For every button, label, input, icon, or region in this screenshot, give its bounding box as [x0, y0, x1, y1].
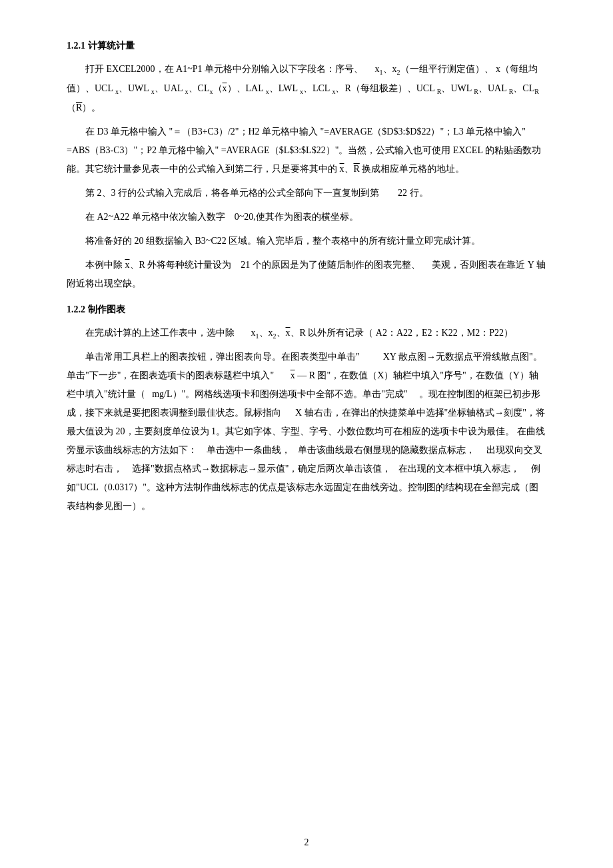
section-1-2-1: 1.2.1 计算统计量 打开 EXCEL2000，在 A1~P1 单元格中分别输… — [67, 40, 546, 293]
section-heading-1-2-2: 1.2.2 制作图表 — [67, 304, 546, 316]
paragraph-7: 在完成计算的上述工作表中，选中除 x1、x2、x、R 以外所有记录（ A2：A2… — [67, 324, 546, 343]
paragraph-4: 在 A2~A22 单元格中依次输入数字 0~20,使其作为图表的横坐标。 — [67, 208, 546, 226]
paragraph-3: 第 2、3 行的公式输入完成后，将各单元格的公式全部向下一直复制到第 22 行。 — [67, 184, 546, 203]
paragraph-2: 在 D3 单元格中输入 "＝（B3+C3）/2"；H2 单元格中输入 "=AVE… — [67, 123, 546, 179]
paragraph-1: 打开 EXCEL2000，在 A1~P1 单元格中分别输入以下字段名：序号、 x… — [67, 60, 546, 117]
page-container: 1.2.1 计算统计量 打开 EXCEL2000，在 A1~P1 单元格中分别输… — [0, 0, 613, 868]
paragraph-6: 本例中除 x、R 外将每种统计量设为 21 个的原因是为了使随后制作的图表完整、… — [67, 256, 546, 293]
paragraph-5: 将准备好的 20 组数据输入 B3~C22 区域。输入完毕后，整个表格中的所有统… — [67, 232, 546, 250]
section-1-2-2: 1.2.2 制作图表 在完成计算的上述工作表中，选中除 x1、x2、x、R 以外… — [67, 304, 546, 516]
section-heading-1-2-1: 1.2.1 计算统计量 — [67, 40, 546, 52]
page-number: 2 — [0, 837, 613, 848]
paragraph-8: 单击常用工具栏上的图表按钮，弹出图表向导。在图表类型中单击" XY 散点图→无数… — [67, 348, 546, 516]
